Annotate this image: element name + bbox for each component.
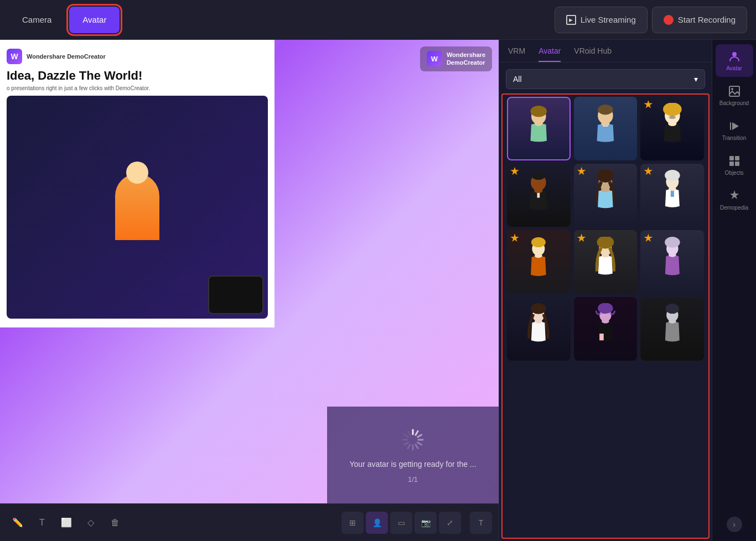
slide-tablet	[208, 275, 263, 314]
person-figure	[115, 174, 159, 240]
pencil-tool[interactable]: ✏️	[7, 512, 29, 534]
svg-point-41	[665, 237, 680, 248]
avatar-card-1[interactable]	[507, 97, 571, 160]
avatar-card-5[interactable]	[574, 164, 638, 227]
start-recording-button[interactable]: Start Recording	[652, 7, 747, 33]
avatar-icon	[728, 50, 741, 63]
svg-marker-56	[732, 122, 739, 130]
svg-point-53	[732, 52, 737, 56]
top-bar: Camera Avatar Live Streaming Start Recor…	[0, 0, 756, 40]
sidebar-item-avatar[interactable]: Avatar	[716, 44, 753, 77]
svg-point-35	[531, 237, 546, 247]
slide-brand: W Wondershare DemoCreator	[7, 49, 268, 64]
svg-point-52	[669, 320, 676, 324]
view-layout[interactable]: ▭	[390, 512, 412, 534]
avatar-card-12[interactable]	[640, 297, 704, 361]
svg-line-4	[418, 443, 422, 445]
svg-point-55	[731, 88, 733, 90]
tab-avatar[interactable]: Avatar	[538, 46, 561, 62]
tab-camera[interactable]: Camera	[9, 7, 65, 33]
tab-vroid[interactable]: VRoid Hub	[574, 46, 612, 62]
svg-rect-57	[730, 122, 731, 130]
text-tool[interactable]: T	[31, 512, 53, 534]
svg-point-14	[535, 121, 543, 126]
ws-logo-text: Wondershare DemoCreator	[447, 51, 485, 67]
svg-point-47	[598, 303, 613, 314]
view-screen[interactable]: ⊞	[341, 512, 364, 534]
svg-point-42	[669, 253, 676, 257]
loading-overlay: Your avatar is getting ready for the ...…	[327, 407, 499, 503]
svg-point-13	[531, 106, 547, 117]
shape-tool[interactable]: ⬜	[55, 512, 77, 534]
avatar-grid	[501, 93, 710, 539]
slide-subtext: o presentations right in just a few clic…	[7, 85, 268, 91]
svg-point-44	[531, 303, 547, 314]
sidebar-item-demopedia[interactable]: Demopedia	[716, 184, 753, 216]
view-avatar[interactable]: 👤	[366, 512, 388, 534]
svg-point-39	[602, 253, 609, 258]
record-icon	[664, 15, 674, 25]
brand-icon: W	[7, 49, 22, 64]
sidebar-background-label: Background	[719, 100, 749, 106]
svg-line-10	[404, 435, 408, 437]
eraser-tool[interactable]: ◇	[80, 512, 102, 534]
sidebar-transition-label: Transition	[722, 135, 747, 141]
avatar-card-6[interactable]	[640, 164, 704, 227]
svg-rect-59	[735, 156, 739, 160]
loading-progress: 1/1	[408, 475, 418, 483]
svg-rect-61	[735, 162, 739, 166]
avatar-card-10[interactable]	[507, 297, 571, 361]
view-share[interactable]: ⤢	[439, 512, 461, 534]
avatar-filter-dropdown[interactable]: All ▾	[506, 69, 705, 89]
loading-spinner	[400, 426, 426, 453]
avatar-row-4	[507, 297, 704, 361]
delete-tool[interactable]: 🗑	[104, 512, 126, 534]
avatar-card-3[interactable]	[640, 97, 704, 160]
text-overlay-btn[interactable]: T	[470, 512, 492, 534]
brand-text: Wondershare DemoCreator	[27, 53, 106, 60]
background-icon	[728, 85, 741, 98]
svg-rect-60	[729, 162, 734, 166]
avatar-card-8[interactable]	[574, 230, 638, 294]
tab-avatar[interactable]: Avatar	[69, 7, 120, 33]
avatar-row-1	[507, 97, 704, 160]
svg-point-33	[669, 187, 676, 191]
avatar-card-4[interactable]	[507, 164, 571, 227]
objects-icon	[728, 154, 741, 168]
live-streaming-button[interactable]: Live Streaming	[555, 7, 648, 33]
svg-line-8	[404, 443, 408, 445]
canvas-area: W Wondershare DemoCreator Idea, Dazzle T…	[0, 40, 499, 541]
sidebar-item-background[interactable]: Background	[716, 79, 753, 112]
sidebar-objects-label: Objects	[725, 170, 744, 176]
svg-point-26	[535, 188, 543, 193]
sidebar-item-objects[interactable]: Objects	[716, 149, 753, 181]
sidebar-avatar-label: Avatar	[726, 65, 742, 71]
sidebar-item-transition[interactable]: Transition	[716, 114, 753, 147]
transition-icon	[728, 119, 741, 133]
svg-rect-58	[729, 156, 734, 160]
avatar-panel-tabs: VRM Avatar VRoid Hub	[499, 40, 712, 63]
svg-line-1	[416, 431, 418, 435]
right-sidebar: Avatar Background Transition	[712, 40, 756, 541]
avatar-card-11[interactable]	[574, 297, 638, 361]
view-camera[interactable]: 📷	[415, 512, 437, 534]
presentation-slide: W Wondershare DemoCreator Idea, Dazzle T…	[0, 40, 275, 327]
svg-point-24	[532, 171, 545, 180]
svg-point-20	[663, 103, 682, 116]
stream-icon	[566, 15, 576, 25]
svg-rect-48	[599, 334, 604, 341]
main-content: W Wondershare DemoCreator Idea, Dazzle T…	[0, 40, 756, 541]
avatar-card-9[interactable]	[640, 230, 704, 294]
canvas-toolbar: ✏️ T ⬜ ◇ 🗑 ⊞ 👤 ▭ 📷 ⤢ T	[0, 503, 499, 541]
tab-vrm[interactable]: VRM	[508, 46, 525, 62]
avatar-panel: VRM Avatar VRoid Hub All ▾	[499, 40, 712, 541]
ws-logo: W Wondershare DemoCreator	[420, 46, 492, 71]
avatar-row-3	[507, 230, 704, 294]
sidebar-chevron-right[interactable]: ›	[727, 517, 742, 532]
avatar-card-2[interactable]	[574, 97, 638, 160]
avatar-card-7[interactable]	[507, 230, 571, 294]
svg-line-7	[408, 445, 410, 449]
loading-text: Your avatar is getting ready for the ...	[349, 460, 476, 469]
canvas-viewport: W Wondershare DemoCreator Idea, Dazzle T…	[0, 40, 499, 503]
svg-point-31	[665, 170, 680, 181]
